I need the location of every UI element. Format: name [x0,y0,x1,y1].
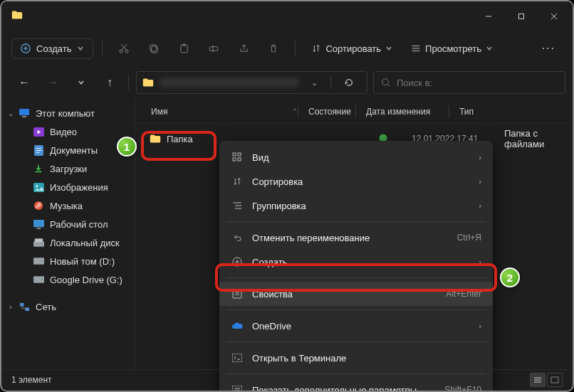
sidebar-item-images[interactable]: Изображения [1,178,135,196]
ctx-view[interactable]: Вид› [219,145,493,169]
svg-point-31 [36,185,38,187]
sidebar-item-music[interactable]: Музыка [1,196,135,215]
svg-rect-44 [233,153,236,156]
svg-rect-33 [33,220,44,227]
svg-rect-35 [33,241,44,247]
sidebar-item-documents[interactable]: Документы [1,141,135,159]
onedrive-icon [231,319,244,332]
grid-icon [231,151,244,164]
details-view-button[interactable] [530,373,546,387]
search-input[interactable] [397,78,558,88]
svg-rect-57 [232,354,242,362]
sidebar-label: Этот компьют [36,108,95,119]
col-type[interactable]: Тип [449,107,573,117]
svg-rect-47 [238,158,241,161]
status-count: 1 элемент [11,375,52,385]
folder-icon [150,134,161,144]
svg-point-38 [41,260,43,262]
close-button[interactable] [538,6,570,27]
pc-icon [19,107,30,119]
sidebar-network[interactable]: › Сеть [1,297,135,316]
navbar: ← → ↑ ⌄ [1,65,573,100]
address-bar[interactable]: ⌄ [136,71,367,94]
svg-rect-22 [19,109,29,115]
group-icon [231,199,244,212]
maximize-button[interactable] [506,6,537,27]
explorer-window: Создать Сортировать Просмотреть ··· ← → … [0,0,574,392]
toolbar: Создать Сортировать Просмотреть ··· [1,31,573,65]
view-button[interactable]: Просмотреть [404,39,500,58]
sidebar-item-local-disk[interactable]: Локальный диск [1,233,135,252]
new-button[interactable]: Создать [11,38,93,59]
sidebar-item-desktop[interactable]: Рабочий стол [1,215,135,233]
svg-rect-23 [22,116,26,117]
properties-icon [231,287,244,300]
ctx-group[interactable]: Группировка› [219,194,493,218]
column-headers: Имя ⌃ Состояние Дата изменения Тип [135,100,573,124]
svg-rect-46 [233,158,236,161]
context-menu: Вид› Сортировка› Группировка› Отменить п… [219,141,493,392]
terminal-icon [231,351,244,364]
col-state[interactable]: Состояние [298,107,355,117]
svg-point-20 [382,79,389,85]
forward-button[interactable]: → [41,71,64,94]
ctx-create[interactable]: Создать› [219,250,493,274]
annotation-badge-1: 1 [117,137,137,157]
svg-rect-15 [210,46,218,51]
ctx-sort[interactable]: Сортировка› [219,169,493,194]
share-icon[interactable] [231,36,256,61]
ctx-undo[interactable]: Отменить переименованиеCtrl+Я [219,226,493,250]
annotation-badge-2: 2 [500,267,520,287]
svg-point-8 [125,50,128,53]
row-name: Папка [167,134,193,144]
svg-line-10 [121,44,126,50]
more-button[interactable]: ··· [535,39,563,58]
sort-icon [231,175,244,188]
svg-rect-41 [20,302,24,306]
row-type: Папка с файлами [504,128,573,149]
sidebar-item-new-volume[interactable]: Новый том (D:) [1,252,135,270]
svg-point-7 [120,50,122,53]
cut-icon[interactable] [111,36,137,61]
folder-icon [142,78,154,88]
svg-rect-34 [36,228,41,229]
search-box[interactable] [373,71,565,94]
search-icon [381,78,391,88]
sidebar: ⌄ Этот компьют Видео Документы Загрузки … [1,100,135,371]
svg-rect-64 [551,377,558,383]
ctx-onedrive[interactable]: OneDrive› [219,314,493,338]
refresh-button[interactable] [337,71,361,94]
svg-rect-45 [238,153,241,156]
sidebar-item-google-drive[interactable]: Google Drive (G:) [1,270,135,289]
sort-button[interactable]: Сортировать [304,39,400,58]
titlebar [1,1,573,31]
svg-rect-54 [233,290,241,298]
ctx-terminal[interactable]: Открыть в Терминале [219,346,493,370]
copy-icon[interactable] [141,36,167,61]
back-button[interactable]: ← [13,71,36,94]
large-icons-view-button[interactable] [547,373,563,387]
chevron-right-icon: › [479,153,481,161]
col-date[interactable]: Дата изменения [356,107,449,117]
view-label: Просмотреть [425,43,481,54]
address-path [160,78,298,88]
rename-icon[interactable] [201,36,226,61]
chevron-down-icon[interactable]: ⌄ [304,78,325,88]
svg-line-21 [388,85,390,87]
sidebar-item-video[interactable]: Видео [1,122,135,141]
recent-dropdown[interactable] [70,71,93,94]
sort-label: Сортировать [325,43,381,54]
delete-icon[interactable] [261,36,286,61]
sidebar-this-pc[interactable]: ⌄ Этот компьют [1,104,135,122]
svg-rect-1 [519,14,524,19]
sidebar-item-downloads[interactable]: Загрузки [1,159,135,178]
paste-icon[interactable] [171,36,197,61]
sort-indicator-icon: ⌃ [292,107,298,115]
svg-point-40 [41,279,43,280]
up-button[interactable]: ↑ [98,71,121,94]
plus-icon [231,255,244,268]
minimize-button[interactable] [473,6,504,27]
undo-icon [231,231,244,244]
svg-line-9 [122,44,127,50]
ctx-properties[interactable]: СвойстваAlt+Enter [219,282,493,306]
